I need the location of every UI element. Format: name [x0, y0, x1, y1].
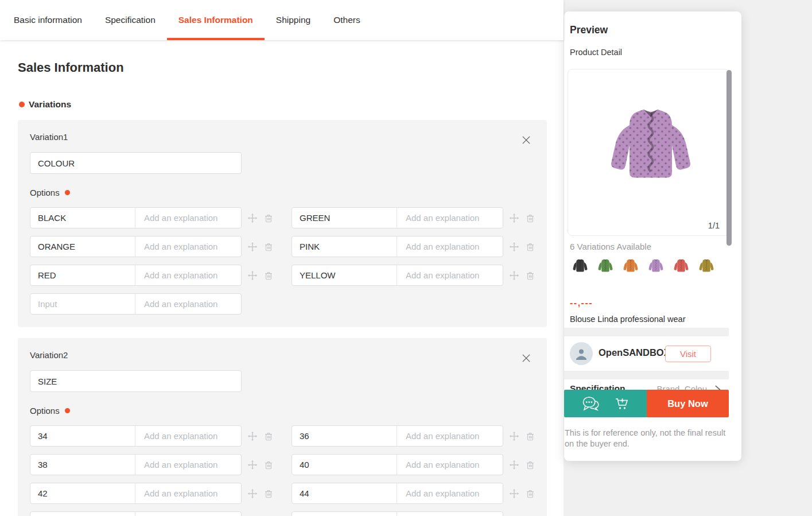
drag-handle-icon[interactable]	[247, 431, 258, 441]
option-explanation-input[interactable]	[135, 426, 242, 446]
drag-handle-icon[interactable]	[247, 242, 258, 252]
option-value-input[interactable]	[30, 455, 135, 475]
drag-handle-icon[interactable]	[509, 270, 519, 281]
option-explanation-input[interactable]	[135, 236, 242, 257]
option-row	[30, 425, 274, 447]
option-explanation-input[interactable]	[397, 426, 503, 446]
option-row	[292, 265, 535, 286]
preview-scrollbar[interactable]	[726, 70, 732, 246]
action-bar-left	[564, 390, 647, 417]
options-label: Options	[30, 188, 535, 197]
variant-thumbnail-pink[interactable]	[647, 257, 665, 275]
option-explanation-input[interactable]	[397, 483, 503, 503]
drag-handle-icon[interactable]	[247, 488, 258, 499]
blouse-image	[600, 97, 701, 196]
tab-basic-information[interactable]: Basic information	[14, 0, 82, 40]
option-explanation-input[interactable]	[135, 512, 242, 516]
main-panel: Sales Information Variations Variation1 …	[0, 0, 564, 516]
delete-option-icon[interactable]	[525, 270, 535, 281]
add-to-cart-icon[interactable]	[615, 397, 630, 410]
drag-handle-icon[interactable]	[509, 488, 519, 499]
option-explanation-input[interactable]	[397, 265, 503, 285]
preview-subtitle: Product Detail	[570, 48, 622, 57]
variation2-name-input[interactable]	[30, 370, 242, 392]
chat-icon[interactable]	[581, 395, 600, 412]
drag-handle-icon[interactable]	[247, 213, 258, 223]
option-value-input[interactable]	[292, 512, 397, 516]
option-explanation-input[interactable]	[135, 455, 242, 475]
option-value-input[interactable]	[292, 265, 397, 285]
option-value-input[interactable]	[30, 294, 135, 314]
option-row-new	[292, 511, 535, 516]
tab-shipping[interactable]: Shipping	[276, 0, 310, 40]
tab-specification[interactable]: Specification	[105, 0, 156, 40]
close-icon[interactable]	[522, 135, 531, 145]
delete-option-icon[interactable]	[525, 431, 535, 441]
option-explanation-input[interactable]	[397, 455, 503, 475]
price-placeholder: --,---	[570, 298, 593, 308]
delete-option-icon[interactable]	[263, 270, 274, 281]
variant-thumbnail-green[interactable]	[596, 257, 615, 275]
drag-handle-icon[interactable]	[509, 242, 519, 252]
variation1-label: Variation1	[30, 132, 68, 142]
option-value-input[interactable]	[30, 236, 135, 257]
drag-handle-icon[interactable]	[247, 460, 258, 470]
delete-option-icon[interactable]	[263, 242, 274, 252]
action-bar: Buy Now	[564, 390, 729, 417]
preview-panel: Preview Product Detail 1/1 6 Variations …	[564, 11, 741, 461]
variations-section-label: Variations	[19, 99, 564, 110]
option-explanation-input[interactable]	[397, 208, 503, 228]
option-value-input[interactable]	[292, 208, 397, 228]
variation2-options-grid	[30, 425, 535, 516]
option-explanation-input[interactable]	[397, 236, 503, 257]
option-value-input[interactable]	[292, 236, 397, 257]
variant-thumbnail-black[interactable]	[571, 257, 589, 275]
drag-handle-icon[interactable]	[509, 431, 519, 441]
option-row	[292, 454, 535, 475]
delete-option-icon[interactable]	[525, 213, 535, 223]
preview-title: Preview	[570, 24, 608, 36]
option-value-input[interactable]	[292, 455, 397, 475]
option-explanation-input[interactable]	[135, 294, 242, 314]
variant-thumbnail-yellow[interactable]	[697, 257, 716, 275]
section-divider	[564, 371, 729, 379]
variation1-name-input[interactable]	[30, 152, 242, 174]
variant-thumbnails	[571, 257, 716, 275]
drag-handle-icon[interactable]	[509, 213, 519, 223]
product-title: Blouse Linda professional wear	[570, 315, 686, 324]
person-icon	[574, 346, 589, 361]
option-explanation-input[interactable]	[135, 483, 242, 503]
delete-option-icon[interactable]	[525, 242, 535, 252]
option-row-new	[30, 293, 274, 315]
tab-others[interactable]: Others	[333, 0, 360, 40]
option-explanation-input[interactable]	[397, 512, 503, 516]
drag-handle-icon[interactable]	[247, 270, 258, 281]
preview-disclaimer: This is for reference only, not the fina…	[565, 428, 728, 449]
buy-now-button[interactable]: Buy Now	[647, 390, 729, 417]
variation1-panel: Variation1 Options	[18, 120, 547, 327]
option-row	[30, 511, 274, 516]
delete-option-icon[interactable]	[263, 460, 274, 470]
delete-option-icon[interactable]	[263, 488, 274, 499]
tab-sales-information[interactable]: Sales Information	[178, 0, 253, 40]
option-value-input[interactable]	[30, 426, 135, 446]
variant-thumbnail-orange[interactable]	[621, 257, 640, 275]
option-value-input[interactable]	[30, 208, 135, 228]
required-dot-icon	[19, 102, 25, 107]
variant-thumbnail-red[interactable]	[672, 257, 690, 275]
delete-option-icon[interactable]	[525, 460, 535, 470]
option-value-input[interactable]	[30, 512, 135, 516]
option-value-input[interactable]	[292, 426, 397, 446]
option-explanation-input[interactable]	[135, 265, 242, 285]
option-explanation-input[interactable]	[135, 208, 242, 228]
drag-handle-icon[interactable]	[509, 460, 519, 470]
option-value-input[interactable]	[292, 483, 397, 503]
delete-option-icon[interactable]	[263, 213, 274, 223]
product-image: 1/1	[568, 69, 729, 236]
close-icon[interactable]	[522, 354, 531, 363]
delete-option-icon[interactable]	[525, 488, 535, 499]
option-value-input[interactable]	[30, 483, 135, 503]
option-value-input[interactable]	[30, 265, 135, 285]
visit-button[interactable]: Visit	[665, 346, 711, 362]
delete-option-icon[interactable]	[263, 431, 274, 441]
